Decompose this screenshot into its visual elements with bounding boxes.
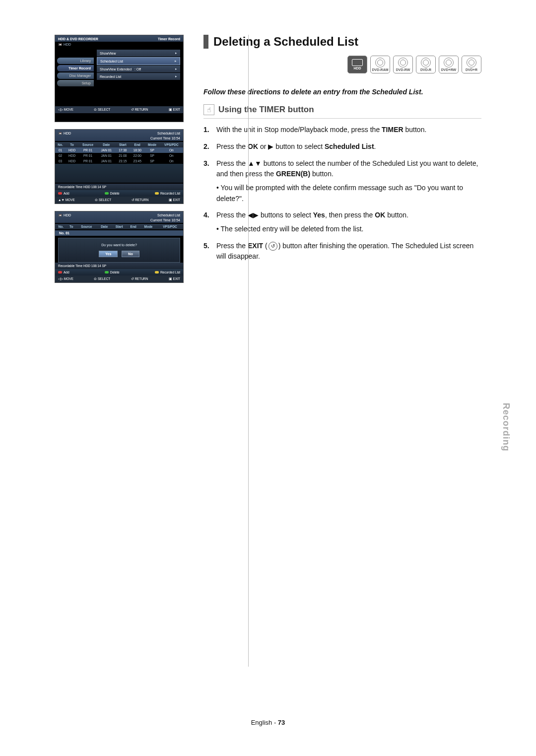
current-time: Current Time 10:54 <box>58 137 180 140</box>
color-legend: Add Delete Recorded List <box>55 269 183 275</box>
section-title: Deleting a Scheduled List <box>203 35 481 49</box>
no-button[interactable]: No <box>122 251 139 257</box>
device-label: HDD <box>64 132 71 135</box>
step-body: Press the EXIT (↺) button after finishin… <box>216 241 481 262</box>
step-number: 1. <box>203 125 212 136</box>
step-number: 4. <box>203 210 212 234</box>
tab-library[interactable]: Library <box>57 58 94 64</box>
current-time: Current Time 10:54 <box>58 218 180 222</box>
step-body: Press the ◀▶ buttons to select Yes, then… <box>216 210 408 234</box>
ui-mockups: HDD & DVD RECORDER Timer Record 📼 HDD Li… <box>55 35 184 283</box>
badge-dvd-ram: DVD-RAM <box>370 56 390 73</box>
media-badges: HDD DVD-RAM DVD-RW DVD-R DVD+RW DVD+R <box>203 56 481 73</box>
step-body: Press the ▲▼ buttons to select the numbe… <box>216 158 481 205</box>
step-number: 2. <box>203 141 212 152</box>
hint-bar: ▲▼ MOVE ⊙ SELECT ↺ RETURN ▣ EXIT <box>55 197 183 204</box>
recordable-time: Recordable Time HDD 108:14 SP <box>55 184 183 190</box>
subheading: ☝︎ Using the TIMER button <box>203 104 481 119</box>
corner-label: Timer Record <box>158 37 180 41</box>
device-label: HDD <box>64 213 71 217</box>
badge-dvd-r: DVD-R <box>416 56 436 73</box>
scheduled-table-header: No.To SourceDate StartEnd ModeVPS/PDC <box>55 224 183 229</box>
step-number: 3. <box>203 158 212 205</box>
exit-icon: ↺ <box>268 242 277 251</box>
table-row[interactable]: 03HDDPR 01JAN 01 23:1523:45SPOn <box>55 158 183 164</box>
confirm-message: Do you want to delete? <box>62 243 177 247</box>
step-item: 3.Press the ▲▼ buttons to select the num… <box>203 158 481 205</box>
table-row[interactable]: 01HDDPR 01JAN 01 17:3018:30SPOn <box>55 147 183 153</box>
device-label: HDD <box>64 43 71 46</box>
scheduled-list-panel: 📼 HDD Scheduled List Current Time 10:54 … <box>55 129 184 204</box>
hint-bar: ◁▷ MOVE ⊙ SELECT ↺ RETURN ▣ EXIT <box>55 106 183 113</box>
device-brand: HDD & DVD RECORDER <box>58 37 98 41</box>
intro-text: Follow these directions to delete an ent… <box>203 87 481 96</box>
badge-dvd-prw: DVD+RW <box>439 56 459 73</box>
timer-record-menu: HDD & DVD RECORDER Timer Record 📼 HDD Li… <box>55 35 184 122</box>
tab-setup[interactable]: Setup <box>57 80 94 86</box>
opt-showview[interactable]: ShowView▸ <box>97 50 180 57</box>
delete-confirm-panel: 📼 HDD Scheduled List Current Time 10:54 … <box>55 211 184 283</box>
panel-title: Scheduled List <box>157 213 180 217</box>
hand-icon: ☝︎ <box>203 104 214 115</box>
step-item: 1.With the unit in Stop mode/Playback mo… <box>203 125 481 136</box>
step-body: Press the OK or ▶ button to select Sched… <box>216 141 376 152</box>
hint-bar: ◁▷ MOVE ⊙ SELECT ↺ RETURN ▣ EXIT <box>55 275 183 282</box>
color-legend: Add Delete Recorded List <box>55 190 183 197</box>
current-entry: No. 01 <box>55 230 183 236</box>
instruction-steps: 1.With the unit in Stop mode/Playback mo… <box>203 125 481 262</box>
tab-disc-manager[interactable]: Disc Manager <box>57 72 94 79</box>
page-footer: English - 73 <box>55 719 481 726</box>
step-item: 5.Press the EXIT (↺) button after finish… <box>203 241 481 262</box>
step-bullet: The selected entry will be deleted from … <box>216 224 408 235</box>
side-tabs: Library Timer Record Disc Manager Setup <box>55 48 94 106</box>
badge-dvd-pr: DVD+R <box>462 56 481 73</box>
step-number: 5. <box>203 241 212 262</box>
subheading-title: Using the TIMER button <box>218 105 314 115</box>
recordable-time: Recordable Time HDD 108:14 SP <box>55 263 183 269</box>
badge-hdd: HDD <box>347 56 367 73</box>
step-item: 4.Press the ◀▶ buttons to select Yes, th… <box>203 210 481 234</box>
scheduled-table: No.To SourceDate StartEnd ModeVPS/PDC 01… <box>55 142 183 183</box>
step-item: 2.Press the OK or ▶ button to select Sch… <box>203 141 481 152</box>
panel-title: Scheduled List <box>157 132 180 136</box>
step-bullet: You will be prompted with the delete con… <box>216 183 481 204</box>
tab-timer-record[interactable]: Timer Record <box>57 65 94 71</box>
side-section-tab: Recording <box>500 403 511 451</box>
badge-dvd-rw: DVD-RW <box>393 56 413 73</box>
opt-scheduled-list[interactable]: Scheduled List▸ <box>97 57 180 65</box>
confirm-dialog: Do you want to delete? Yes No <box>58 238 180 263</box>
table-row[interactable]: 02HDDPR 01JAN 01 21:0022:00SPOn <box>55 153 183 158</box>
doc-content: Deleting a Scheduled List HDD DVD-RAM DV… <box>203 35 481 283</box>
opt-recorded-list[interactable]: Recorded List▸ <box>97 73 180 80</box>
opt-showview-ext[interactable]: ShowView Extended : Off▸ <box>97 66 180 72</box>
timer-options: ShowView▸ Scheduled List▸ ShowView Exten… <box>94 48 183 106</box>
yes-button[interactable]: Yes <box>99 251 118 257</box>
